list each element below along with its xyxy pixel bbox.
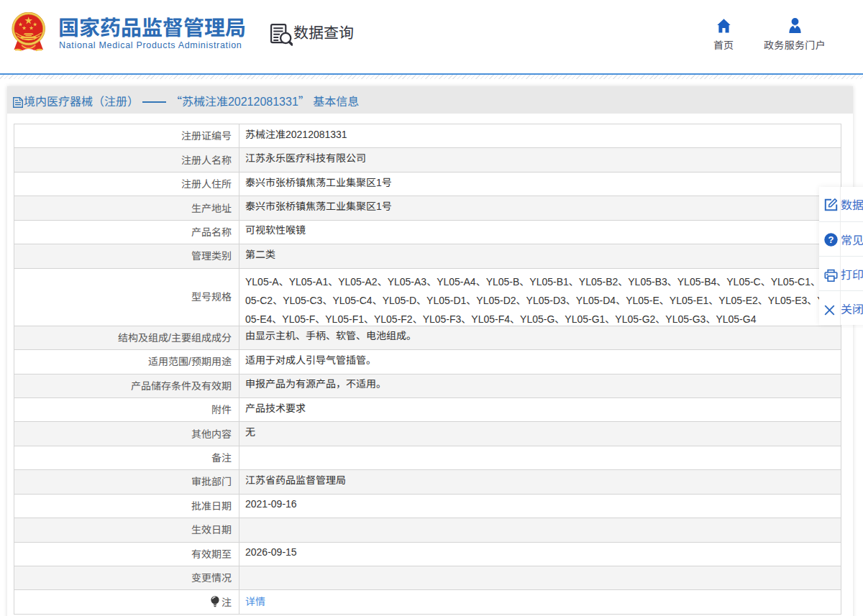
svg-text:?: ?	[828, 234, 834, 245]
